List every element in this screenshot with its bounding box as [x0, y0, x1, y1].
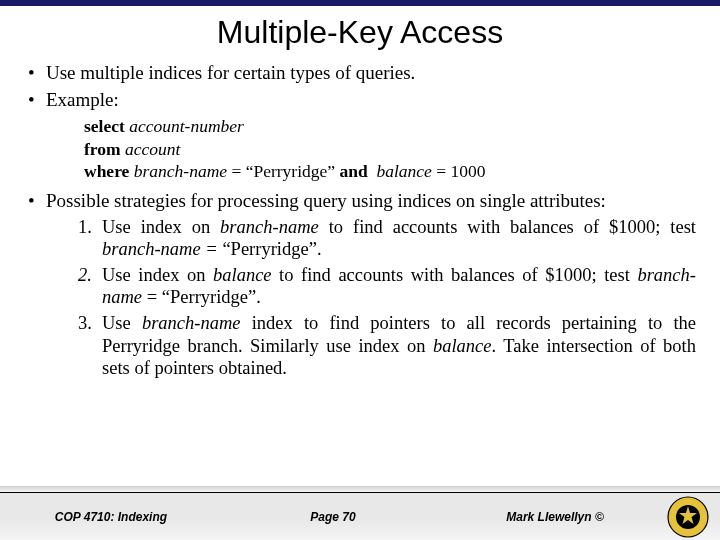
slide-content: Use multiple indices for certain types o…: [0, 61, 720, 540]
footer-page: Page 70: [222, 510, 444, 524]
bullet-text: Possible strategies for processing query…: [46, 190, 606, 211]
footer-author: Mark Llewellyn ©: [444, 510, 666, 524]
bullet-list: Use multiple indices for certain types o…: [24, 61, 696, 111]
footer: COP 4710: Indexing Page 70 Mark Llewelly…: [0, 492, 720, 540]
text: Use index on: [102, 217, 220, 237]
strategy-item: 2. Use index on balance to find accounts…: [78, 264, 696, 309]
sql-text: = “Perryridge”: [227, 161, 339, 181]
sql-arg: balance: [368, 161, 432, 181]
bullet-list: Possible strategies for processing query…: [24, 189, 696, 380]
slide-title: Multiple-Key Access: [0, 14, 720, 51]
ucf-logo-icon: [666, 495, 710, 539]
text: Use index on: [102, 265, 213, 285]
sql-keyword: and: [339, 161, 367, 181]
sql-text: = 1000: [432, 161, 486, 181]
term: branch-name: [220, 217, 319, 237]
sql-line: where branch-name = “Perryridge” and bal…: [84, 160, 696, 182]
bullet-item: Example:: [24, 88, 696, 111]
list-number: 1.: [78, 216, 92, 239]
text: “Perryridge”.: [222, 239, 321, 259]
sql-line: from account: [84, 138, 696, 160]
sql-arg: branch-name: [129, 161, 227, 181]
text: = “Perryridge”.: [142, 287, 261, 307]
list-number: 2.: [78, 264, 92, 287]
strategy-item: 3. Use branch-name index to find pointer…: [78, 312, 696, 380]
sql-keyword: where: [84, 161, 129, 181]
text: to find accounts with balances of $1000;…: [319, 217, 696, 237]
list-number: 3.: [78, 312, 92, 335]
sql-line: select account-number: [84, 115, 696, 137]
footer-course: COP 4710: Indexing: [0, 510, 222, 524]
text: to find accounts with balances of $1000;…: [272, 265, 638, 285]
sql-arg: account: [121, 139, 181, 159]
term: balance: [213, 265, 272, 285]
sql-keyword: from: [84, 139, 121, 159]
sql-block: select account-number from account where…: [84, 115, 696, 182]
sql-arg: account-number: [125, 116, 244, 136]
strategy-list: 1. Use index on branch-name to find acco…: [78, 216, 696, 380]
term: branch-name =: [102, 239, 222, 259]
sql-keyword: select: [84, 116, 125, 136]
strategy-item: 1. Use index on branch-name to find acco…: [78, 216, 696, 261]
bullet-item: Use multiple indices for certain types o…: [24, 61, 696, 84]
slide: Multiple-Key Access Use multiple indices…: [0, 0, 720, 540]
bullet-item: Possible strategies for processing query…: [24, 189, 696, 380]
term: balance: [433, 336, 492, 356]
text: Use: [102, 313, 142, 333]
term: branch-name: [142, 313, 241, 333]
